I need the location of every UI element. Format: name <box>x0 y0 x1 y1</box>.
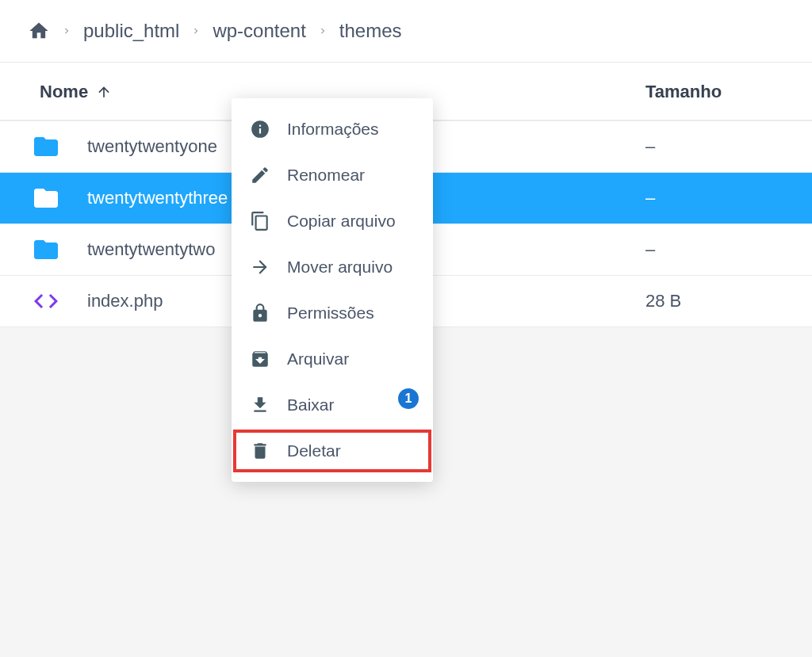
column-size-label: Tamanho <box>645 82 722 101</box>
home-icon[interactable] <box>28 20 50 42</box>
menu-item-permissions[interactable]: Permissões <box>232 290 433 336</box>
menu-item-label: Permissões <box>287 304 374 323</box>
menu-item-label: Informações <box>287 120 379 139</box>
sort-arrow-up-icon <box>96 84 112 100</box>
chevron-right-icon <box>190 22 201 40</box>
breadcrumb-item-wp-content[interactable]: wp-content <box>213 20 305 42</box>
breadcrumb-item-public-html[interactable]: public_html <box>83 20 179 42</box>
menu-item-label: Arquivar <box>287 350 349 369</box>
menu-item-label: Copiar arquivo <box>287 212 396 231</box>
menu-item-info[interactable]: Informações <box>232 106 433 152</box>
lock-icon <box>249 303 271 323</box>
column-name-label: Nome <box>40 82 88 102</box>
breadcrumb-item-themes[interactable]: themes <box>339 20 402 42</box>
menu-item-label: Mover arquivo <box>287 258 393 277</box>
breadcrumb: public_html wp-content themes <box>0 0 812 63</box>
column-header-size[interactable]: Tamanho <box>645 82 772 102</box>
code-icon <box>32 287 60 315</box>
arrow-right-icon <box>249 257 271 277</box>
folder-icon <box>32 132 60 161</box>
menu-item-rename[interactable]: Renomear <box>232 152 433 198</box>
chevron-right-icon <box>317 22 328 40</box>
menu-item-delete[interactable]: Deletar <box>232 428 433 474</box>
annotation-badge: 1 <box>398 388 419 409</box>
download-icon <box>249 395 271 415</box>
chevron-right-icon <box>61 22 72 40</box>
context-menu: Informações Renomear Copiar arquivo Move… <box>232 98 433 482</box>
copy-icon <box>249 211 271 231</box>
menu-item-copy[interactable]: Copiar arquivo <box>232 198 433 244</box>
menu-item-label: Deletar <box>287 441 341 460</box>
archive-icon <box>249 349 271 369</box>
pencil-icon <box>249 165 271 185</box>
menu-item-move[interactable]: Mover arquivo <box>232 244 433 290</box>
info-icon <box>249 119 271 139</box>
file-size: – <box>645 239 772 260</box>
file-size: – <box>645 188 772 208</box>
file-size: 28 B <box>645 291 772 311</box>
menu-item-label: Renomear <box>287 166 365 185</box>
menu-item-label: Baixar <box>287 395 335 414</box>
file-size: – <box>645 136 772 157</box>
menu-item-archive[interactable]: Arquivar <box>232 336 433 382</box>
folder-icon <box>32 235 60 264</box>
folder-icon <box>32 184 60 212</box>
trash-icon <box>249 441 271 461</box>
